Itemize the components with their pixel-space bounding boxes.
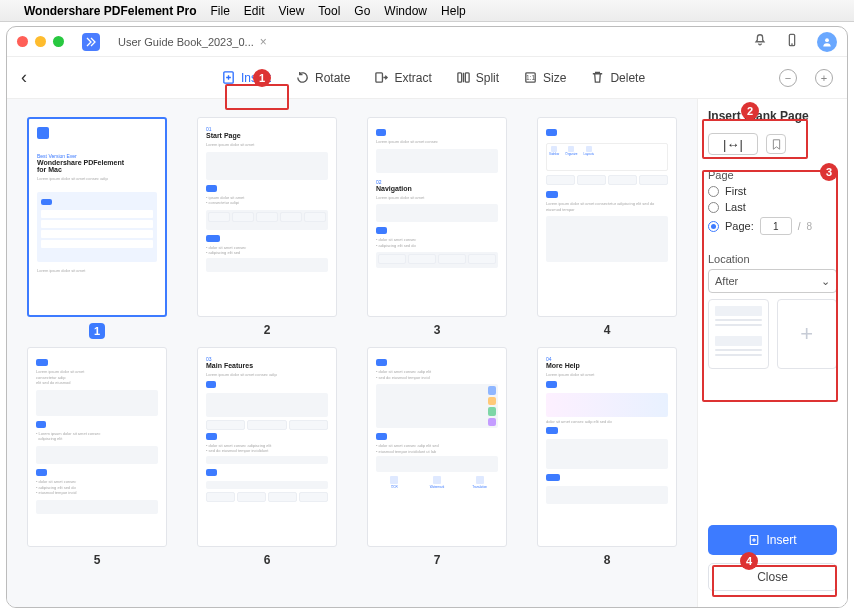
layout-option-add[interactable]: + [777,299,838,369]
avatar[interactable] [817,32,837,52]
thumb3-heading: Navigation [376,185,498,192]
insert-button-label: Insert [766,533,796,547]
rotate-tool[interactable]: Rotate [295,70,350,85]
page-thumbnail-2[interactable]: 01 Start Page Lorem ipsum dolor sit amet… [197,117,337,317]
document-tab-label: User Guide Book_2023_0... [118,36,254,48]
page-cell-2: 01 Start Page Lorem ipsum dolor sit amet… [197,117,337,339]
page-cell-6: 03 Main Features Lorem ipsum dolor sit a… [197,347,337,567]
page-cell-3: Lorem ipsum dolor sit amet consec 02 Nav… [367,117,507,339]
zoom-out-button[interactable]: − [779,69,797,87]
layout-option-portrait[interactable] [708,299,769,369]
radio-page-label: Page: [725,220,754,232]
page-thumbnail-7[interactable]: • dolor sit amet consec adip elit• sed d… [367,347,507,547]
svg-rect-7 [458,73,462,82]
page-section-label: Page [708,169,837,181]
extract-tool[interactable]: Extract [374,70,431,85]
page-number-7: 7 [434,553,441,567]
menubar-app-name[interactable]: Wondershare PDFelement Pro [24,4,197,18]
maximize-window-button[interactable] [53,36,64,47]
radio-first-control[interactable] [708,186,719,197]
titlebar: User Guide Book_2023_0... × [7,27,847,57]
page-thumbnail-8[interactable]: 04 More Help Lorem ipsum dolor sit amet … [537,347,677,547]
menu-view[interactable]: View [279,4,305,18]
delete-tool-label: Delete [610,71,645,85]
page-sep: / [798,221,801,232]
page-cell-7: • dolor sit amet consec adip elit• sed d… [367,347,507,567]
radio-page-control[interactable] [708,221,719,232]
menu-window[interactable]: Window [384,4,427,18]
insert-tool[interactable]: Insert [221,70,271,85]
minimize-window-button[interactable] [35,36,46,47]
svg-rect-6 [376,73,383,82]
svg-point-2 [825,38,829,42]
radio-page[interactable]: Page: 1 / 8 [708,217,837,235]
close-tab-button[interactable]: × [260,35,267,49]
close-button[interactable]: Close [708,563,837,591]
main-area: Best Version Ever Wondershare PDFelement… [7,99,847,607]
page-number-5: 5 [94,553,101,567]
close-window-button[interactable] [17,36,28,47]
document-tab[interactable]: User Guide Book_2023_0... × [110,31,275,53]
page-number-6: 6 [264,553,271,567]
chevron-down-icon: ⌄ [821,275,830,288]
split-tool-label: Split [476,71,499,85]
page-number-8: 8 [604,553,611,567]
insert-tool-label: Insert [241,71,271,85]
menu-tool[interactable]: Tool [318,4,340,18]
page-thumbnail-1[interactable]: Best Version Ever Wondershare PDFelement… [27,117,167,317]
thumb6-heading: Main Features [206,362,328,369]
radio-last-control[interactable] [708,202,719,213]
phone-icon[interactable] [785,33,799,51]
page-number-3: 3 [434,323,441,337]
page-thumbnail-3[interactable]: Lorem ipsum dolor sit amet consec 02 Nav… [367,117,507,317]
location-section-label: Location [708,253,837,265]
mac-menubar: Wondershare PDFelement Pro File Edit Vie… [0,0,854,22]
bookmark-icon[interactable] [766,134,786,154]
page-thumbnails: Best Version Ever Wondershare PDFelement… [7,99,697,607]
page-number-2: 2 [264,323,271,337]
rotate-tool-label: Rotate [315,71,350,85]
page-number-input[interactable]: 1 [760,217,792,235]
thumb1-heading: Wondershare PDFelement for Mac [37,159,157,173]
delete-tool[interactable]: Delete [590,70,645,85]
location-select[interactable]: After ⌄ [708,269,837,293]
page-toolbar: ‹ Insert Rotate Extract Split 1:1 Size D… [7,57,847,99]
page-cell-1: Best Version Ever Wondershare PDFelement… [27,117,167,339]
insert-button[interactable]: Insert [708,525,837,555]
thumb2-heading: Start Page [206,132,328,139]
svg-text:1:1: 1:1 [526,74,535,81]
page-thumbnail-4[interactable]: Sidebar Organize Layouts Lorem ipsum dol… [537,117,677,317]
split-tool[interactable]: Split [456,70,499,85]
radio-first-label: First [725,185,746,197]
page-number-1: 1 [89,323,105,339]
svg-rect-8 [465,73,469,82]
page-total: 8 [807,221,813,232]
page-cell-8: 04 More Help Lorem ipsum dolor sit amet … [537,347,677,567]
panel-title: Insert Blank Page [708,109,837,123]
back-button[interactable]: ‹ [21,67,27,88]
app-window: User Guide Book_2023_0... × ‹ Insert Rot… [6,26,848,608]
count-input[interactable]: |↔| [708,133,758,155]
radio-last[interactable]: Last [708,201,837,213]
zoom-in-button[interactable]: + [815,69,833,87]
size-tool[interactable]: 1:1 Size [523,70,566,85]
bell-icon[interactable] [753,33,767,51]
page-thumbnail-5[interactable]: Lorem ipsum dolor sit ametconsectetur ad… [27,347,167,547]
close-button-label: Close [757,570,788,584]
thumb8-heading: More Help [546,362,668,369]
menu-file[interactable]: File [211,4,230,18]
radio-last-label: Last [725,201,746,213]
location-value: After [715,275,738,287]
traffic-lights [17,36,64,47]
page-cell-4: Sidebar Organize Layouts Lorem ipsum dol… [537,117,677,339]
menu-help[interactable]: Help [441,4,466,18]
extract-tool-label: Extract [394,71,431,85]
page-thumbnail-6[interactable]: 03 Main Features Lorem ipsum dolor sit a… [197,347,337,547]
menu-edit[interactable]: Edit [244,4,265,18]
menu-go[interactable]: Go [354,4,370,18]
insert-panel: Insert Blank Page |↔| Page First Last [697,99,847,607]
page-number-4: 4 [604,323,611,337]
radio-first[interactable]: First [708,185,837,197]
size-tool-label: Size [543,71,566,85]
page-cell-5: Lorem ipsum dolor sit ametconsectetur ad… [27,347,167,567]
